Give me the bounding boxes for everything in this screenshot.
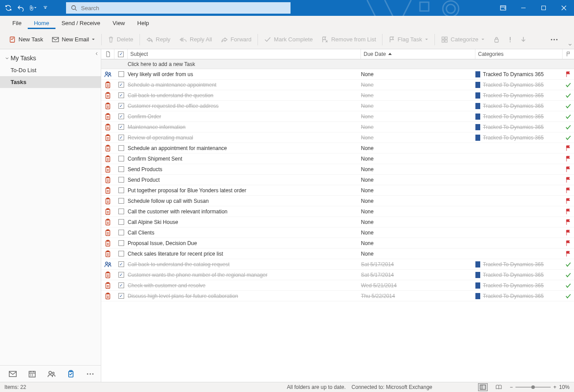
task-row[interactable]: Schedule an appointment for maintenanceN… [101, 143, 574, 154]
menu-home[interactable]: Home [28, 17, 55, 29]
col-categories-header[interactable]: Categories [475, 49, 563, 59]
new-email-button[interactable]: New Email [48, 33, 99, 47]
sync-icon[interactable] [4, 4, 12, 12]
task-complete-checkbox[interactable] [114, 145, 128, 151]
task-complete-checkbox[interactable] [114, 198, 128, 204]
task-complete-checkbox[interactable] [114, 251, 128, 256]
nav-todo-list[interactable]: To-Do List [0, 64, 101, 76]
task-flag-icon[interactable] [563, 145, 574, 151]
task-complete-checkbox[interactable] [114, 156, 128, 161]
nav-more-icon[interactable] [85, 369, 95, 379]
people-module-icon[interactable] [47, 369, 56, 379]
task-row[interactable]: Very likely will order from usNoneTracke… [101, 69, 574, 80]
attachment-icon[interactable] [29, 4, 37, 12]
task-row[interactable]: Review of operating manualNoneTracked To… [101, 132, 574, 143]
calendar-module-icon[interactable] [27, 369, 37, 379]
col-flag-header[interactable] [563, 49, 574, 59]
new-task-button[interactable]: New Task [4, 33, 48, 47]
task-flag-icon[interactable] [563, 187, 574, 194]
private-button[interactable] [489, 33, 504, 47]
task-flag-icon[interactable] [563, 103, 574, 109]
categorize-button[interactable]: Categorize [437, 33, 489, 47]
task-complete-checkbox[interactable] [114, 282, 128, 288]
task-flag-icon[interactable] [563, 177, 574, 183]
task-row[interactable]: Check sales literature for recent price … [101, 249, 574, 259]
task-row[interactable]: Confirm Shipment SentNone [101, 154, 574, 164]
task-flag-icon[interactable] [563, 166, 574, 172]
maximize-button[interactable] [534, 0, 554, 16]
task-complete-checkbox[interactable] [114, 177, 128, 183]
task-complete-checkbox[interactable] [114, 230, 128, 235]
task-flag-icon[interactable] [563, 114, 574, 119]
zoom-out-button[interactable]: − [510, 384, 513, 390]
menu-file[interactable]: File [6, 17, 28, 29]
col-due-date-header[interactable]: Due Date [361, 49, 475, 59]
task-flag-icon[interactable] [563, 283, 574, 288]
task-flag-icon[interactable] [563, 230, 574, 236]
flag-task-button[interactable]: Flag Task [384, 33, 432, 47]
nav-tasks[interactable]: Tasks [0, 76, 101, 88]
task-row[interactable]: Maintenance informationNoneTracked To Dy… [101, 122, 574, 132]
task-complete-checkbox[interactable] [114, 92, 128, 98]
task-complete-checkbox[interactable] [114, 166, 128, 172]
task-row[interactable]: Customer requested the office addressNon… [101, 101, 574, 111]
nav-my-tasks-header[interactable]: My Tasks [0, 49, 101, 64]
reply-all-button[interactable]: Reply All [175, 33, 217, 47]
task-complete-checkbox[interactable] [114, 135, 128, 140]
task-row[interactable]: Call Alpine Ski HouseNone [101, 217, 574, 227]
task-complete-checkbox[interactable] [114, 82, 128, 88]
task-flag-icon[interactable] [563, 209, 574, 215]
close-button[interactable] [554, 0, 574, 16]
search-box[interactable] [66, 2, 291, 14]
task-complete-checkbox[interactable] [114, 187, 128, 193]
reading-view-button[interactable] [494, 383, 504, 391]
task-row[interactable]: Confirm OrderNoneTracked To Dynamics 365 [101, 111, 574, 122]
high-importance-button[interactable] [504, 33, 516, 47]
mail-module-icon[interactable] [8, 369, 18, 379]
task-flag-icon[interactable] [563, 135, 574, 140]
task-flag-icon[interactable] [563, 71, 574, 77]
task-flag-icon[interactable] [563, 198, 574, 204]
zoom-control[interactable]: − + 10% [510, 384, 570, 390]
task-flag-icon[interactable] [563, 125, 574, 130]
menu-send-receive[interactable]: Send / Receive [55, 17, 107, 29]
minimize-button[interactable] [513, 0, 534, 16]
task-row[interactable]: Schedule a maintenance appointmentNoneTr… [101, 80, 574, 90]
search-input[interactable] [78, 5, 291, 11]
ribbon-more-button[interactable] [546, 33, 563, 47]
task-row[interactable]: Customer wants the phone number of the r… [101, 270, 574, 280]
task-row[interactable]: Call the customer with relevant informat… [101, 206, 574, 217]
ribbon-display-options-icon[interactable] [493, 0, 513, 16]
task-row[interactable]: Call ClientsNone [101, 227, 574, 238]
task-row[interactable]: Discuss high level plans for future coll… [101, 291, 574, 301]
task-complete-checkbox[interactable] [114, 293, 128, 299]
task-complete-checkbox[interactable] [114, 114, 128, 119]
task-flag-icon[interactable] [563, 240, 574, 246]
task-flag-icon[interactable] [563, 156, 574, 162]
nav-collapse-button[interactable] [95, 51, 99, 57]
col-icon-header[interactable] [101, 49, 114, 59]
task-row[interactable]: Send ProductNone [101, 175, 574, 185]
menu-help[interactable]: Help [131, 17, 155, 29]
normal-view-button[interactable] [478, 383, 488, 391]
task-row[interactable]: Send ProductsNone [101, 164, 574, 175]
low-importance-button[interactable] [516, 33, 530, 47]
task-flag-icon[interactable] [563, 93, 574, 98]
zoom-in-button[interactable]: + [553, 384, 556, 390]
reply-button[interactable]: Reply [142, 33, 175, 47]
col-complete-header[interactable] [114, 49, 128, 59]
task-row[interactable]: Call back to understand the questionNone… [101, 90, 574, 101]
task-complete-checkbox[interactable] [114, 71, 128, 77]
menu-view[interactable]: View [107, 17, 131, 29]
tasks-module-icon[interactable] [66, 369, 76, 379]
ribbon-expand-button[interactable] [568, 42, 572, 48]
task-flag-icon[interactable] [563, 219, 574, 225]
task-flag-icon[interactable] [563, 272, 574, 278]
task-flag-icon[interactable] [563, 262, 574, 267]
task-complete-checkbox[interactable] [114, 240, 128, 246]
task-complete-checkbox[interactable] [114, 209, 128, 214]
forward-button[interactable]: Forward [217, 33, 256, 47]
remove-from-list-button[interactable]: Remove from List [317, 33, 380, 47]
task-complete-checkbox[interactable] [114, 103, 128, 109]
task-complete-checkbox[interactable] [114, 124, 128, 130]
